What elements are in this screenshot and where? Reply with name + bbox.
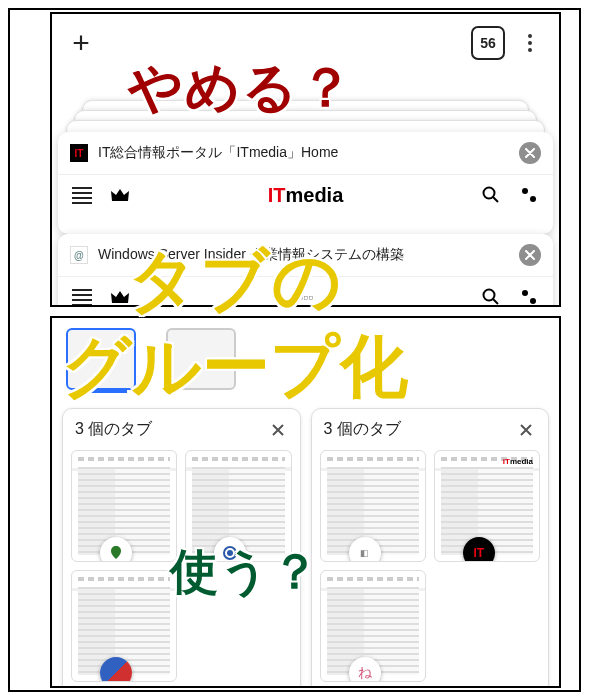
site-logo: ITmedia: [146, 184, 465, 207]
group-title: 3 個のタブ: [75, 419, 152, 440]
page-thumbnail[interactable]: ね: [320, 570, 426, 682]
settings-icon[interactable]: [517, 183, 541, 207]
page-thumbnail[interactable]: ◧: [320, 450, 426, 562]
favicon-icon: @: [70, 246, 88, 264]
tab-group[interactable]: 3 個のタブ ◧ ITmedia IT ね: [311, 408, 550, 688]
group-header: 3 個のタブ: [71, 419, 292, 450]
overlay-text-stop: やめる？: [128, 52, 355, 125]
svg-point-3: [484, 290, 495, 301]
svg-point-2: [530, 196, 536, 202]
itmedia-logo: ITmedia: [503, 457, 533, 466]
site-badge-icon: [100, 657, 132, 682]
group-header: 3 個のタブ: [320, 419, 541, 450]
svg-point-4: [522, 290, 528, 296]
search-icon[interactable]: [479, 183, 503, 207]
site-badge-icon: [100, 537, 132, 562]
settings-icon[interactable]: [517, 285, 541, 307]
page-toolbar: ITmedia: [58, 175, 553, 215]
tab-title: IT総合情報ポータル「ITmedia」Home: [98, 144, 519, 162]
overlay-text-tab: タブの: [128, 236, 344, 327]
close-tab-button[interactable]: [519, 142, 541, 164]
hamburger-icon[interactable]: [70, 285, 94, 307]
page-thumbnail[interactable]: [71, 450, 177, 562]
pages-grid: ◧ ITmedia IT ね: [320, 450, 541, 682]
svg-point-1: [522, 188, 528, 194]
search-icon[interactable]: [479, 285, 503, 307]
overlay-text-use: 使う？: [170, 540, 321, 604]
close-tab-button[interactable]: [519, 244, 541, 266]
site-badge-icon: ◧: [349, 537, 381, 562]
groups-row: 3 個のタブ: [52, 390, 559, 688]
new-tab-button[interactable]: +: [62, 24, 100, 62]
site-badge-icon: IT: [463, 537, 495, 562]
page-thumbnail[interactable]: ITmedia IT: [434, 450, 540, 562]
crown-icon[interactable]: [108, 183, 132, 207]
menu-button[interactable]: [511, 24, 549, 62]
group-title: 3 個のタブ: [324, 419, 401, 440]
svg-point-0: [484, 188, 495, 199]
close-group-button[interactable]: [516, 420, 536, 440]
hamburger-icon[interactable]: [70, 183, 94, 207]
favicon-icon: IT: [70, 144, 88, 162]
page-thumbnail[interactable]: [71, 570, 177, 682]
tab-card[interactable]: IT IT総合情報ポータル「ITmedia」Home ITmedia: [58, 132, 553, 234]
tab-switcher-button[interactable]: 56: [471, 26, 505, 60]
svg-point-5: [530, 298, 536, 304]
overlay-text-group: グループ化: [62, 322, 408, 413]
tab-header: IT IT総合情報ポータル「ITmedia」Home: [58, 132, 553, 175]
site-badge-icon: ね: [349, 657, 381, 682]
close-group-button[interactable]: [268, 420, 288, 440]
